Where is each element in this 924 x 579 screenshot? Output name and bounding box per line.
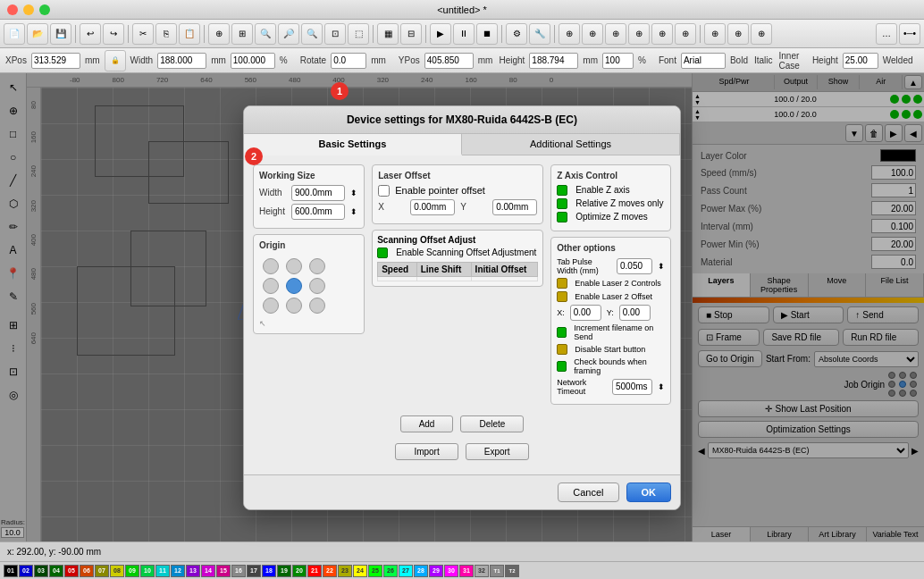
optimize-z-checkbox[interactable] <box>557 212 567 222</box>
play-button[interactable]: ▶ <box>430 23 451 45</box>
pause-button[interactable]: ⏸ <box>453 23 475 45</box>
color-01[interactable]: 01 <box>4 565 18 577</box>
import-button[interactable]: Import <box>395 443 458 460</box>
color-32[interactable]: 32 <box>475 565 489 577</box>
color-19[interactable]: 19 <box>277 565 291 577</box>
color-30[interactable]: 30 <box>444 565 458 577</box>
origin-bl[interactable] <box>263 298 279 314</box>
add-button[interactable]: Add <box>400 415 454 432</box>
color-11[interactable]: 11 <box>155 565 170 577</box>
redo-button[interactable]: ↪ <box>103 23 124 45</box>
export-button[interactable]: Export <box>466 443 529 460</box>
ws-height-spinner[interactable]: ⬍ <box>350 207 357 216</box>
ws-width-input[interactable] <box>291 185 345 201</box>
tab-pulse-spinner[interactable]: ⬍ <box>658 262 665 271</box>
color-20[interactable]: 20 <box>292 565 307 577</box>
right-tool1[interactable]: … <box>876 23 897 45</box>
check-bounds-checkbox[interactable] <box>557 361 567 372</box>
relative-z-checkbox[interactable] <box>557 198 567 209</box>
laser2-x-input[interactable] <box>570 305 601 321</box>
zoom-out-button[interactable]: 🔍 <box>301 23 323 45</box>
color-26[interactable]: 26 <box>383 565 398 577</box>
origin-mr[interactable] <box>309 278 325 294</box>
enable-laser2-offset-checkbox[interactable] <box>557 291 567 302</box>
color-31[interactable]: 31 <box>459 565 474 577</box>
lo-x-input[interactable] <box>410 199 455 215</box>
enable-pointer-checkbox[interactable] <box>378 185 390 197</box>
origin-tl[interactable] <box>263 258 279 274</box>
zoom-button[interactable]: 🔍 <box>255 23 276 45</box>
zoom-in-button[interactable]: 🔎 <box>278 23 299 45</box>
tab-additional-settings[interactable]: Additional Settings <box>462 134 680 155</box>
ypos-input[interactable] <box>424 53 474 69</box>
color-08[interactable]: 08 <box>110 565 124 577</box>
more3[interactable]: ⊕ <box>605 23 626 45</box>
more8[interactable]: ⊕ <box>727 23 749 45</box>
align-button[interactable]: ⊞ <box>231 23 253 45</box>
save-button[interactable]: 💾 <box>50 23 71 45</box>
network-timeout-spinner[interactable]: ⬍ <box>658 382 665 391</box>
origin-br[interactable] <box>309 298 325 314</box>
color-23[interactable]: 23 <box>338 565 352 577</box>
origin-tc[interactable] <box>286 258 302 274</box>
color-24[interactable]: 24 <box>353 565 367 577</box>
origin-tr[interactable] <box>309 258 325 274</box>
minimize-button[interactable] <box>23 4 34 15</box>
val100-input[interactable] <box>231 53 275 69</box>
color-12[interactable]: 12 <box>171 565 185 577</box>
more9[interactable]: ⊕ <box>751 23 772 45</box>
new-button[interactable]: 📄 <box>4 23 25 45</box>
color-15[interactable]: 15 <box>216 565 231 577</box>
xpos-input[interactable] <box>31 53 80 69</box>
color-27[interactable]: 27 <box>399 565 413 577</box>
color-21[interactable]: 21 <box>307 565 322 577</box>
enable-laser2-checkbox[interactable] <box>557 278 567 289</box>
cut-button[interactable]: ✂ <box>132 23 154 45</box>
color-29[interactable]: 29 <box>429 565 443 577</box>
color-13[interactable]: 13 <box>186 565 200 577</box>
height2-input[interactable] <box>843 53 878 69</box>
more5[interactable]: ⊕ <box>651 23 673 45</box>
stop-button[interactable]: ⏹ <box>476 23 498 45</box>
color-06[interactable]: 06 <box>80 565 94 577</box>
undo-button[interactable]: ↩ <box>80 23 101 45</box>
origin-mc[interactable] <box>286 278 302 294</box>
color-10[interactable]: 10 <box>140 565 155 577</box>
width-input[interactable] <box>157 53 206 69</box>
height-input[interactable] <box>529 53 578 69</box>
ws-height-input[interactable] <box>291 204 345 220</box>
color-18[interactable]: 18 <box>262 565 276 577</box>
rotate-input[interactable] <box>331 53 366 69</box>
paste-button[interactable]: 📋 <box>179 23 200 45</box>
more2[interactable]: ⊕ <box>582 23 603 45</box>
enable-z-checkbox[interactable] <box>557 185 567 196</box>
ws-width-spinner[interactable]: ⬍ <box>350 189 357 197</box>
tab-pulse-input[interactable] <box>617 258 652 274</box>
close-button[interactable] <box>7 4 18 15</box>
color-22[interactable]: 22 <box>323 565 337 577</box>
select-button[interactable]: ⬚ <box>348 23 369 45</box>
more4[interactable]: ⊕ <box>628 23 650 45</box>
fit-button[interactable]: ⊡ <box>324 23 346 45</box>
height-pct[interactable] <box>602 53 634 69</box>
copy-button[interactable]: ⎘ <box>155 23 177 45</box>
laser-button[interactable]: ⚙ <box>506 23 527 45</box>
more6[interactable]: ⊕ <box>675 23 696 45</box>
laser2-y-input[interactable] <box>619 305 651 321</box>
disable-start-checkbox[interactable] <box>557 344 567 355</box>
color-09[interactable]: 09 <box>125 565 139 577</box>
maximize-button[interactable] <box>39 4 50 15</box>
font-input[interactable] <box>681 53 726 69</box>
color-25[interactable]: 25 <box>368 565 382 577</box>
group-button[interactable]: ▦ <box>377 23 399 45</box>
ungroup-button[interactable]: ⊟ <box>400 23 422 45</box>
color-T1[interactable]: T1 <box>490 565 504 577</box>
more1[interactable]: ⊕ <box>559 23 580 45</box>
color-04[interactable]: 04 <box>49 565 63 577</box>
color-28[interactable]: 28 <box>414 565 428 577</box>
color-T2[interactable]: T2 <box>505 565 519 577</box>
color-05[interactable]: 05 <box>64 565 79 577</box>
enable-scanning-checkbox[interactable] <box>377 248 388 258</box>
origin-bc[interactable] <box>286 298 302 314</box>
color-07[interactable]: 07 <box>95 565 109 577</box>
